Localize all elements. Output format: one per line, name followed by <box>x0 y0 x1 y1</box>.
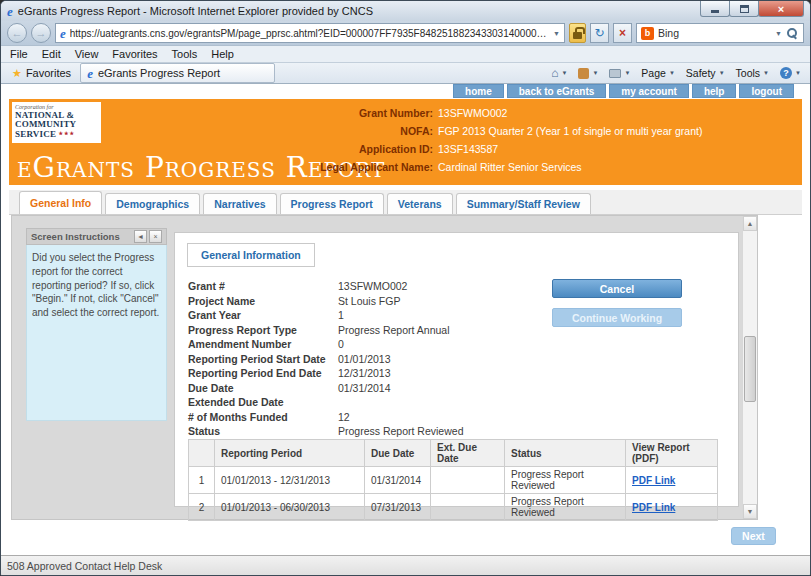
field-value: St Louis FGP <box>338 295 400 307</box>
cancel-button[interactable]: Cancel <box>552 279 682 298</box>
minimize-button[interactable] <box>700 1 730 17</box>
tab-favicon-icon: e <box>87 67 93 80</box>
pdf-link[interactable]: PDF Link <box>632 502 675 513</box>
address-bar: ← → e https://uategrants.cns.gov/egrants… <box>1 21 810 45</box>
continue-working-button[interactable]: Continue Working <box>552 308 682 327</box>
scrollbar-thumb[interactable] <box>744 336 756 402</box>
legal-applicant-row: Legal Applicant Name: Cardinal Ritter Se… <box>301 158 796 176</box>
general-information-fields: Grant #13SFWMO002 Project NameSt Louis F… <box>188 279 463 439</box>
feeds-button[interactable]: ▼ <box>573 63 603 83</box>
nav-back-to-egrants-button[interactable]: back to eGrants <box>507 84 607 98</box>
nav-my-account-button[interactable]: my account <box>609 84 689 98</box>
favorites-bar: ★ Favorites e eGrants Progress Report ⌂ … <box>1 62 810 84</box>
field-row: Due Date01/31/2014 <box>188 381 463 396</box>
scroll-up-button[interactable]: ▲ <box>743 216 757 231</box>
window-title: eGrants Progress Report - Microsoft Inte… <box>18 5 373 17</box>
menu-file[interactable]: File <box>3 47 35 61</box>
tab-demographics[interactable]: Demographics <box>105 193 200 214</box>
field-value: 1 <box>338 309 344 321</box>
print-button[interactable]: ▼ <box>604 63 635 83</box>
reporting-periods-table-wrap: Reporting Period Due Date Ext. Due Date … <box>188 439 718 521</box>
search-magnifier-icon[interactable] <box>786 27 799 40</box>
home-icon: ⌂ <box>551 67 558 79</box>
field-value: 0 <box>338 338 344 350</box>
field-label: Amendment Number <box>188 338 338 350</box>
cncs-logo: Corporation for NATIONAL & COMMUNITY SER… <box>12 102 101 143</box>
security-lock-icon[interactable] <box>569 23 586 43</box>
legal-applicant-value: Cardinal Ritter Senior Services <box>433 161 582 173</box>
star-icon: ★ <box>12 67 22 80</box>
browser-tab[interactable]: e eGrants Progress Report <box>80 63 275 83</box>
field-value: 13SFWMO002 <box>338 280 407 292</box>
general-information-section-tab: General Information <box>187 243 315 267</box>
close-button[interactable]: × <box>758 1 804 17</box>
help-icon: ? <box>780 67 792 79</box>
cell-view-report: PDF Link <box>626 467 718 494</box>
search-box[interactable]: b Bing ▼ <box>636 23 804 43</box>
home-dropdown-icon: ▼ <box>562 70 568 76</box>
status-bar: 508 Approved Contact Help Desk <box>1 555 810 575</box>
cell-view-report: PDF Link <box>626 494 718 521</box>
print-dropdown-icon: ▼ <box>624 70 630 76</box>
field-value: 12 <box>338 411 350 423</box>
nav-logout-button[interactable]: logout <box>739 84 794 98</box>
field-value: 01/01/2013 <box>338 353 391 365</box>
col-reporting-period: Reporting Period <box>215 440 365 467</box>
safety-menu-button[interactable]: Safety ▼ <box>681 63 730 83</box>
application-id-label: Application ID: <box>301 143 433 155</box>
col-row-number <box>189 440 215 467</box>
page-viewport: home back to eGrants my account help log… <box>1 84 810 555</box>
field-label: Grant Year <box>188 309 338 321</box>
next-button[interactable]: Next <box>731 527 776 545</box>
menu-view[interactable]: View <box>68 47 106 61</box>
tools-menu-label: Tools <box>736 67 761 79</box>
field-row: Reporting Period Start Date01/01/2013 <box>188 352 463 367</box>
cell-row-number: 2 <box>189 494 215 521</box>
pdf-link[interactable]: PDF Link <box>632 475 675 486</box>
forward-button[interactable]: → <box>31 23 51 43</box>
tools-menu-button[interactable]: Tools ▼ <box>731 63 774 83</box>
field-label: Status <box>188 425 338 437</box>
tab-veterans[interactable]: Veterans <box>387 193 453 214</box>
url-dropdown-icon[interactable]: ▼ <box>553 30 560 37</box>
screen-instructions-header: Screen Instructions ◄ × <box>26 228 167 245</box>
field-row: Reporting Period End Date12/31/2013 <box>188 366 463 381</box>
menu-edit[interactable]: Edit <box>35 47 68 61</box>
content-area: Screen Instructions ◄ × Did you select t… <box>11 215 758 520</box>
favorites-label: Favorites <box>26 67 71 79</box>
application-id-row: Application ID: 13SF143587 <box>301 140 796 158</box>
minimize-icon <box>711 10 719 13</box>
refresh-button[interactable]: ↻ <box>590 23 609 43</box>
field-label: Due Date <box>188 382 338 394</box>
search-dropdown-icon[interactable]: ▼ <box>775 30 782 37</box>
url-field[interactable]: e https://uategrants.cns.gov/egrantsPM/p… <box>55 23 565 43</box>
content-scrollbar[interactable]: ▲ ▼ <box>742 216 757 519</box>
page-header-banner: Corporation for NATIONAL & COMMUNITY SER… <box>9 99 802 185</box>
stop-button[interactable]: × <box>613 23 632 43</box>
table-row: 2 01/01/2013 - 06/30/2013 07/31/2013 Pro… <box>189 494 718 521</box>
menu-help[interactable]: Help <box>204 47 241 61</box>
favorites-button[interactable]: ★ Favorites <box>5 63 78 83</box>
nav-help-button[interactable]: help <box>692 84 737 98</box>
col-status: Status <box>505 440 626 467</box>
maximize-button[interactable] <box>729 1 759 17</box>
feed-icon <box>578 68 589 79</box>
close-instructions-button[interactable]: × <box>149 230 162 243</box>
menu-favorites[interactable]: Favorites <box>105 47 164 61</box>
tab-narratives[interactable]: Narratives <box>203 193 276 214</box>
site-nav: home back to eGrants my account help log… <box>453 84 794 98</box>
home-button[interactable]: ⌂ ▼ <box>546 63 572 83</box>
tab-general-info[interactable]: General Info <box>19 191 102 214</box>
collapse-instructions-button[interactable]: ◄ <box>134 230 147 243</box>
page-menu-button[interactable]: Page ▼ <box>636 63 679 83</box>
reporting-periods-table: Reporting Period Due Date Ext. Due Date … <box>188 439 718 521</box>
scroll-down-button[interactable]: ▼ <box>743 504 757 519</box>
cell-due-date: 07/31/2013 <box>365 494 431 521</box>
tab-summary-staff-review[interactable]: Summary/Staff Review <box>456 193 591 214</box>
logo-line-service: SERVICE ★★★ <box>15 130 98 140</box>
tab-progress-report[interactable]: Progress Report <box>280 193 384 214</box>
nav-home-button[interactable]: home <box>453 84 504 98</box>
menu-tools[interactable]: Tools <box>165 47 205 61</box>
help-menu-button[interactable]: ? ▼ <box>775 63 806 83</box>
back-button[interactable]: ← <box>7 23 27 43</box>
